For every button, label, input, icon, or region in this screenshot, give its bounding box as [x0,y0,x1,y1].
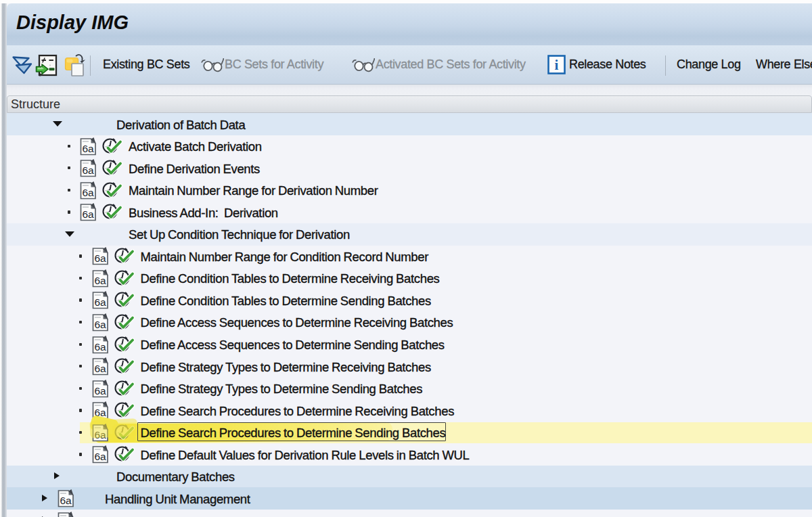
svg-text:6a: 6a [83,208,95,220]
svg-text:6a: 6a [94,451,106,462]
svg-text:6a: 6a [94,363,106,374]
svg-text:6a: 6a [83,142,95,154]
svg-text:6a: 6a [94,252,106,264]
svg-text:i: i [555,57,559,73]
svg-text:6a: 6a [60,495,72,506]
svg-text:6a: 6a [83,186,95,198]
svg-text:6a: 6a [94,274,106,286]
svg-text:6a: 6a [94,296,106,308]
svg-text:6a: 6a [83,164,95,176]
svg-text:6a: 6a [94,384,106,396]
svg-text:6a: 6a [94,318,106,330]
svg-text:6a: 6a [94,340,106,352]
